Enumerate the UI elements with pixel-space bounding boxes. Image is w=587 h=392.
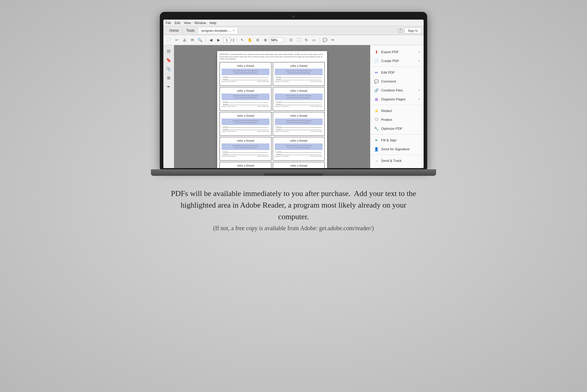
card-referred-2: referred by <box>276 76 321 78</box>
tool-fill-sign[interactable]: ✒ Fill & Sign <box>370 136 424 145</box>
tab-tools[interactable]: Tools <box>183 27 198 34</box>
tab-close-btn[interactable]: × <box>233 29 235 32</box>
next-page-icon[interactable]: ▶ <box>215 37 222 43</box>
export-pdf-label: Export PDF <box>381 50 416 54</box>
hand-tool-icon[interactable]: ✋ <box>247 37 253 43</box>
sidebar-edit-icon[interactable]: ✒ <box>165 83 172 90</box>
card-highlight-1: AND BOTH OF YOU WILL RECEIVE 10 OFF YOUR… <box>222 69 269 75</box>
print-icon[interactable]: 🖨 <box>181 37 188 43</box>
back-icon[interactable]: ↩ <box>173 37 180 43</box>
card-footer-4: MARISSA'S BOUTIQUEwww.store-only <box>275 106 323 107</box>
tool-edit-pdf[interactable]: ✏ Edit PDF <box>370 68 424 77</box>
page-number-input[interactable] <box>223 37 230 43</box>
rotate-icon[interactable]: ↻ <box>303 37 310 43</box>
export-pdf-icon: ⬆ <box>374 50 379 54</box>
card-script-8: refer a friend <box>275 139 323 143</box>
sidebar-pages-icon[interactable]: ⊟ <box>165 48 172 55</box>
fill-sign-label: Fill & Sign <box>381 138 420 142</box>
card-highlight-3: AND BOTH OF YOU WILL RECEIVE 10 OFF YOUR… <box>222 94 269 100</box>
tool-send-signature[interactable]: 👤 Send for Signature <box>370 145 424 154</box>
tool-comment[interactable]: 💬 Comment <box>370 77 424 86</box>
card-referred-5: referred by <box>223 126 268 128</box>
referral-card-6: refer a friend AND BOTH OF YOU WILL RECE… <box>273 112 325 136</box>
card-subtitle-8b: 10 OFF YOUR NEXT PURCHASE <box>276 147 321 148</box>
email-icon[interactable]: ✉ <box>189 37 195 43</box>
fit-page-icon[interactable]: ⊡ <box>288 37 294 43</box>
sidebar-attachments-icon[interactable]: 📎 <box>165 65 172 72</box>
send-track-icon: → <box>374 158 379 163</box>
new-file-icon[interactable]: 📄 <box>166 37 172 43</box>
help-icon[interactable]: ? <box>398 28 403 33</box>
tool-export-pdf[interactable]: ⬆ Export PDF ▾ <box>370 48 424 56</box>
card-name-6: your name <box>276 128 321 130</box>
card-highlight-2: AND BOTH OF YOU WILL RECEIVE 10 OFF YOUR… <box>275 69 323 75</box>
tab-home[interactable]: Home <box>166 27 183 34</box>
menu-window[interactable]: Window <box>194 21 206 25</box>
card-script-2: refer a friend <box>275 64 323 68</box>
card-highlight-7: AND BOTH OF YOU WILL RECEIVE 10 OFF YOUR… <box>222 143 269 150</box>
card-subtitle-1a: AND BOTH OF YOU WILL RECEIVE <box>223 70 268 72</box>
tool-send-track[interactable]: → Send & Track <box>370 156 424 165</box>
tool-optimize-pdf[interactable]: 🔧 Optimize PDF <box>370 124 424 133</box>
zoom-out-icon[interactable]: ⊖ <box>254 37 261 43</box>
pdf-viewer[interactable]: IMPORTANT: (1) Download file to your des… <box>174 45 370 168</box>
sidebar-layers-icon[interactable]: ⊞ <box>165 74 172 81</box>
zoom-in-icon[interactable]: ⊕ <box>262 37 269 43</box>
referral-card-10: refer a friend AND BOTH OF YOU WILL RECE… <box>273 162 325 168</box>
card-referred-1: referred by <box>223 76 268 78</box>
toolbar: 📄 ↩ 🖨 ✉ 🔍 ◀ ▶ / 2 ↖ ✋ ⊖ ⊕ <box>163 35 424 45</box>
card-name-8: your name <box>276 153 321 155</box>
tool-divider-2 <box>370 105 424 105</box>
card-footer-5: MARISSA'S BOUTIQUEwww.store-only <box>222 131 269 132</box>
card-script-3: refer a friend <box>222 89 269 93</box>
card-footer-1: MARISSA'S BOUTIQUEwww.store-only <box>222 81 269 82</box>
full-screen-icon[interactable]: ⛶ <box>295 37 302 43</box>
protect-icon: 🛡 <box>374 117 379 122</box>
tool-combine-files[interactable]: 🔗 Combine Files ▾ <box>370 86 424 95</box>
organize-pages-arrow: ▾ <box>419 98 420 101</box>
draw-icon[interactable]: ✏ <box>329 37 336 43</box>
menu-help[interactable]: Help <box>209 21 216 25</box>
referral-card-3: refer a friend AND BOTH OF YOU WILL RECE… <box>220 87 272 111</box>
redact-label: Redact <box>381 109 420 113</box>
card-script-4: refer a friend <box>275 89 323 93</box>
toolbar-sep-2 <box>236 37 237 43</box>
tab-file[interactable]: program-template-... × <box>198 28 238 34</box>
card-referred-8: referred by <box>276 151 321 153</box>
card-name-7: your name <box>223 153 268 155</box>
referral-card-2: refer a friend AND BOTH OF YOU WILL RECE… <box>273 62 325 86</box>
card-script-7: refer a friend <box>222 139 269 143</box>
zoom-input[interactable] <box>270 37 283 43</box>
card-script-5: refer a friend <box>222 114 269 118</box>
cursor-tool-icon[interactable]: ↖ <box>239 37 245 43</box>
combine-files-icon: 🔗 <box>374 88 379 93</box>
card-subtitle-3a: AND BOTH OF YOU WILL RECEIVE <box>223 95 268 97</box>
referral-card-1: refer a friend AND BOTH OF YOU WILL RECE… <box>220 62 272 86</box>
bottom-main-text: PDFs will be available immediately to yo… <box>166 188 421 222</box>
search-icon[interactable]: 🔍 <box>197 37 203 43</box>
card-script-1: refer a friend <box>222 64 269 68</box>
card-subtitle-5b: 10 OFF YOUR NEXT PURCHASE <box>223 122 268 124</box>
export-pdf-arrow: ▾ <box>419 50 420 53</box>
menu-view[interactable]: View <box>184 21 191 25</box>
tool-redact[interactable]: ⚡ Redact <box>370 106 424 115</box>
tool-create-pdf[interactable]: 📄 Create PDF ▾ <box>370 56 424 65</box>
card-highlight-6: AND BOTH OF YOU WILL RECEIVE 10 OFF YOUR… <box>275 118 323 125</box>
card-footer-8: MARISSA'S BOUTIQUEwww.store-only <box>275 156 323 157</box>
comment-tool-icon: 💬 <box>374 79 379 84</box>
menu-edit[interactable]: Edit <box>175 21 180 25</box>
prev-page-icon[interactable]: ◀ <box>208 37 214 43</box>
sidebar-bookmarks-icon[interactable]: 🔖 <box>165 56 172 64</box>
card-subtitle-7b: 10 OFF YOUR NEXT PURCHASE <box>223 147 268 148</box>
menu-file[interactable]: File <box>166 21 171 25</box>
organize-pages-label: Organize Pages <box>381 97 416 101</box>
tool-more-tools[interactable]: ⊕ More Tools <box>370 165 424 168</box>
bottom-text-section: PDFs will be available immediately to yo… <box>160 176 427 238</box>
optimize-pdf-icon: 🔧 <box>374 126 379 131</box>
sign-in-button[interactable]: Sign In <box>405 28 421 34</box>
comment-icon[interactable]: 💬 <box>322 37 328 43</box>
presentation-icon[interactable]: ▭ <box>311 37 317 43</box>
card-subtitle-7a: AND BOTH OF YOU WILL RECEIVE <box>223 145 268 146</box>
tool-protect[interactable]: 🛡 Protect <box>370 115 424 124</box>
tool-organize-pages[interactable]: ⊞ Organize Pages ▾ <box>370 95 424 104</box>
